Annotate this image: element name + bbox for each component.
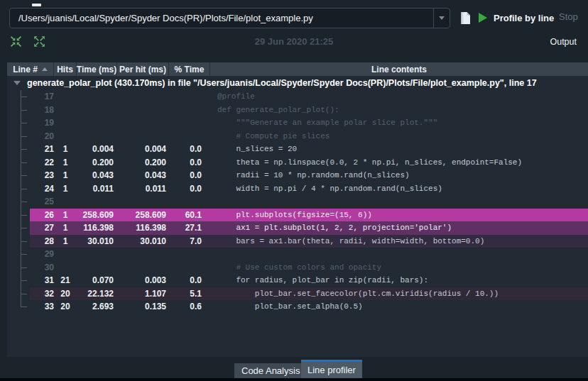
tree-branch — [7, 143, 30, 156]
cell-time: 22.132 — [77, 287, 117, 301]
cell-hits — [54, 116, 77, 130]
bottom-strip — [0, 378, 588, 381]
cell-code: radii = 10 * np.random.rand(n_slices) — [210, 169, 588, 182]
cell-per: 30.010 — [117, 235, 169, 248]
cell-code: def generate_polar_plot(): — [210, 104, 588, 117]
cell-pct: 0.0 — [169, 169, 210, 182]
cell-pct: 60.1 — [169, 209, 210, 222]
header-per-hit[interactable]: Per hit (ms) — [117, 62, 169, 76]
table-row-line-29[interactable]: 29 — [7, 248, 588, 261]
table-row-line-25[interactable]: 25 — [7, 195, 588, 209]
tree-branch — [7, 156, 30, 170]
file-path-combobox[interactable]: /Users/juanis/Local/Spyder/Spyder Docs(P… — [9, 8, 450, 28]
cell-pct: 0.6 — [169, 300, 210, 314]
profiler-table: Line # Hits Time (ms) Per hit (ms) % Tim… — [7, 62, 588, 357]
table-row-line-22[interactable]: 2210.2000.2000.0 theta = np.linspace(0.0… — [7, 156, 588, 170]
cell-code: width = np.pi / 4 * np.random.rand(n_sli… — [210, 182, 588, 196]
table-row-line-31[interactable]: 31210.0700.0030.0 for radius, plot_bar i… — [7, 274, 588, 287]
cell-per — [117, 195, 169, 209]
tree-branch — [7, 116, 30, 130]
cell-time: 0.011 — [77, 182, 117, 196]
header-time[interactable]: Time (ms) — [77, 62, 117, 76]
cell-time: 2.693 — [77, 300, 117, 314]
cell-hits: 1 — [54, 221, 77, 235]
chevron-down-icon — [439, 16, 445, 20]
table-row-line-27[interactable]: 271116.398116.39827.1 ax1 = plt.subplot(… — [7, 221, 588, 235]
header-line-contents[interactable]: Line contents — [210, 62, 588, 76]
function-root-label: generate_polar_plot (430.170ms) in file … — [27, 78, 537, 88]
cell-pct: 0.0 — [169, 182, 210, 196]
profile-by-line-button[interactable]: Profile by line — [479, 9, 554, 26]
tree-branch — [7, 130, 30, 143]
cell-time — [77, 116, 117, 130]
cell-line: 20 — [30, 130, 54, 143]
line-profiler-panel: /Users/juanis/Local/Spyder/Spyder Docs(P… — [0, 0, 588, 381]
cell-hits — [54, 130, 77, 143]
tree-branch — [7, 90, 30, 104]
tab-line-profiler[interactable]: Line profiler — [301, 360, 362, 378]
table-row-line-32[interactable]: 322022.1321.1075.1 plot_bar.set_facecolo… — [7, 287, 588, 301]
function-root-row[interactable]: generate_polar_plot (430.170ms) in file … — [7, 76, 588, 90]
cell-time — [77, 90, 117, 104]
cell-code: @profile — [210, 90, 588, 104]
cell-code: plot_bar.set_alpha(0.5) — [210, 300, 588, 314]
cell-hits — [54, 104, 77, 117]
table-row-line-24[interactable]: 2410.0110.0110.0 width = np.pi / 4 * np.… — [7, 182, 588, 196]
top-indicator-dash — [32, 4, 41, 6]
cell-hits — [54, 90, 77, 104]
table-row-line-28[interactable]: 28130.01030.0107.0 bars = ax1.bar(theta,… — [7, 235, 588, 248]
tab-code-analysis[interactable]: Code Analysis — [234, 363, 307, 378]
cell-pct — [169, 195, 210, 209]
cell-per: 0.200 — [117, 156, 169, 170]
cell-line: 24 — [30, 182, 54, 196]
cell-code: plt.subplots(figsize=(15, 6)) — [210, 209, 588, 222]
cell-line: 31 — [30, 274, 54, 287]
cell-per — [117, 130, 169, 143]
table-row-line-19[interactable]: 19 """Generate an example polar slice pl… — [7, 116, 588, 130]
header-line-number[interactable]: Line # — [7, 62, 54, 76]
cell-hits: 1 — [54, 143, 77, 156]
cell-pct: 0.0 — [169, 274, 210, 287]
table-row-line-20[interactable]: 20 # Compute pie slices — [7, 130, 588, 143]
cell-line: 32 — [30, 287, 54, 301]
table-row-line-26[interactable]: 261258.609258.60960.1 plt.subplots(figsi… — [7, 209, 588, 222]
file-path-value: /Users/juanis/Local/Spyder/Spyder Docs(P… — [10, 13, 433, 23]
cell-code: bars = ax1.bar(theta, radii, width=width… — [210, 235, 588, 248]
cell-code: theta = np.linspace(0.0, 2 * np.pi, n_sl… — [210, 156, 588, 170]
cell-per: 116.398 — [117, 221, 169, 235]
tree-branch — [7, 209, 30, 222]
cell-line: 21 — [30, 143, 54, 156]
cell-code: n_slices = 20 — [210, 143, 588, 156]
cell-line: 22 — [30, 156, 54, 170]
cell-line: 27 — [30, 221, 54, 235]
header-hits[interactable]: Hits — [54, 62, 77, 76]
tree-expander-icon[interactable] — [13, 81, 21, 85]
sort-ascending-icon — [42, 67, 48, 71]
select-file-button[interactable] — [457, 9, 473, 26]
table-row-line-33[interactable]: 33202.6930.1350.6 plot_bar.set_alpha(0.5… — [7, 300, 588, 314]
tree-branch — [7, 248, 30, 261]
tree-branch — [7, 182, 30, 196]
cell-pct: 0.0 — [169, 156, 210, 170]
cell-code: ax1 = plt.subplot(1, 2, 2, projection='p… — [210, 221, 588, 235]
table-row-line-30[interactable]: 30 # Use custom colors and opacity — [7, 261, 588, 275]
table-row-line-17[interactable]: 17@profile — [7, 90, 588, 104]
cell-hits: 21 — [54, 274, 77, 287]
cell-code: for radius, plot_bar in zip(radii, bars)… — [210, 274, 588, 287]
cell-time: 30.010 — [77, 235, 117, 248]
cell-code — [210, 195, 588, 209]
cell-hits — [54, 261, 77, 275]
profile-button-label: Profile by line — [494, 13, 554, 23]
header-pct-time[interactable]: % Time — [169, 62, 210, 76]
cell-hits — [54, 195, 77, 209]
output-button[interactable]: Output — [550, 37, 577, 47]
cell-per — [117, 248, 169, 261]
cell-hits: 20 — [54, 300, 77, 314]
cell-time — [77, 261, 117, 275]
play-icon — [479, 13, 487, 23]
table-row-line-18[interactable]: 18def generate_polar_plot(): — [7, 104, 588, 117]
table-row-line-23[interactable]: 2310.0430.0430.0 radii = 10 * np.random.… — [7, 169, 588, 182]
table-row-line-21[interactable]: 2110.0040.0040.0 n_slices = 20 — [7, 143, 588, 156]
combobox-dropdown-button[interactable] — [433, 9, 450, 28]
stop-button[interactable]: Stop — [559, 11, 578, 22]
